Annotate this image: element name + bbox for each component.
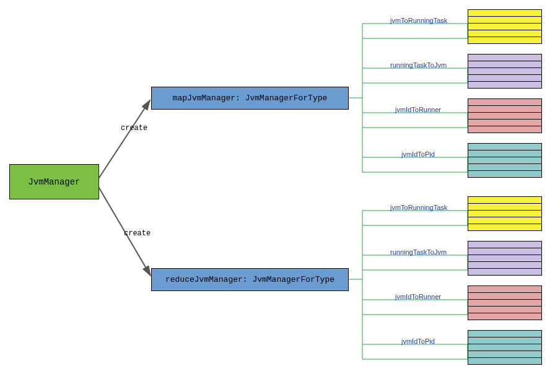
map-field-jvmIdToPid: jvmIdToPid (401, 150, 435, 158)
reduce-stack-pink (468, 285, 542, 320)
edge-label-create-reduce: create (124, 229, 151, 238)
reduce-stack-teal (468, 330, 542, 365)
reduce-field-jvmIdToRunner: jvmIdToRunner (395, 293, 441, 300)
map-field-jvmIdToRunner: jvmIdToRunner (395, 106, 441, 113)
reduce-stack-purple (468, 241, 542, 276)
reduce-jvm-manager-label: reduceJvmManager: JvmManagerForType (165, 275, 334, 284)
edge-label-create-map: create (121, 124, 147, 133)
map-stack-pink (468, 98, 542, 133)
map-stack-teal (468, 143, 542, 178)
map-stack-purple (468, 54, 542, 89)
map-field-connectors (347, 24, 468, 172)
root-jvmmanager: JvmManager (9, 164, 99, 199)
reduce-field-runningTaskToJvm: runningTaskToJvm (390, 248, 447, 256)
map-jvm-manager-label: mapJvmManager: JvmManagerForType (173, 94, 328, 103)
reduce-jvm-manager: reduceJvmManager: JvmManagerForType (151, 268, 349, 291)
reduce-field-jvmIdToPid: jvmIdToPid (401, 338, 435, 345)
root-label: JvmManager (28, 177, 80, 187)
reduce-field-connectors (347, 211, 468, 359)
map-jvm-manager: mapJvmManager: JvmManagerForType (151, 87, 349, 110)
reduce-stack-yellow (468, 196, 542, 231)
map-field-runningTaskToJvm: runningTaskToJvm (390, 61, 447, 69)
map-stack-yellow (468, 9, 542, 44)
reduce-field-jvmToRunningTask: jvmToRunningTask (390, 204, 447, 211)
edge-create-map (98, 100, 150, 180)
map-field-jvmToRunningTask: jvmToRunningTask (390, 17, 447, 24)
